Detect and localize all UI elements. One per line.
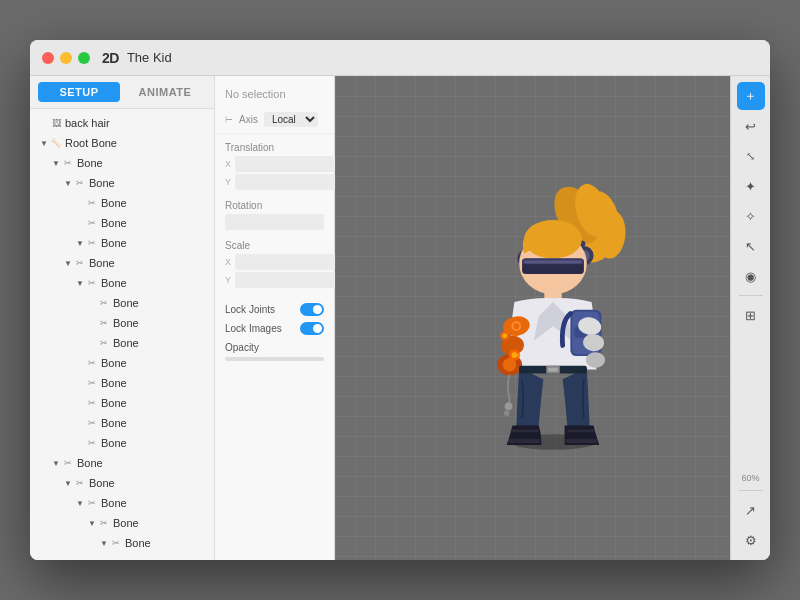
app-title-area: 2D The Kid — [102, 50, 172, 66]
arrow-icon: ▼ — [50, 157, 62, 169]
scale-label: Scale — [225, 240, 324, 251]
tree-item-bone-3e[interactable]: ✂ Bone — [30, 353, 214, 373]
tree-item-bone-3b[interactable]: ✂ Bone — [30, 213, 214, 233]
arrow-icon: ▼ — [74, 497, 86, 509]
tree-item-bone-3f[interactable]: ✂ Bone — [30, 373, 214, 393]
x-label: X — [225, 159, 231, 169]
minimize-button[interactable] — [60, 52, 72, 64]
tree-item-bone-2[interactable]: ▼ ✂ Bone — [30, 173, 214, 193]
transform-button[interactable]: ⤡ — [737, 142, 765, 170]
lock-images-label: Lock Images — [225, 323, 282, 334]
bone-icon: ✂ — [74, 257, 86, 269]
wand-icon: ✧ — [745, 209, 756, 224]
no-selection-label: No selection — [215, 84, 334, 108]
svg-point-40 — [502, 333, 507, 338]
bone-icon: ✂ — [86, 377, 98, 389]
bone-icon: ✂ — [74, 477, 86, 489]
tree-item-bone-3i[interactable]: ✂ Bone — [30, 433, 214, 453]
arrow-icon — [74, 437, 86, 449]
lock-joints-row: Lock Joints — [215, 300, 334, 319]
toolbar-divider — [739, 295, 763, 296]
arrow-icon: ▼ — [74, 237, 86, 249]
scale-y-label: Y — [225, 275, 231, 285]
undo-icon: ↩ — [745, 119, 756, 134]
bone-icon: ✂ — [86, 217, 98, 229]
image-icon: 🖼 — [50, 117, 62, 129]
tab-bar: SETUP ANIMATE — [30, 76, 214, 109]
tree-item-bone-3c[interactable]: ▼ ✂ Bone — [30, 233, 214, 253]
tree-item-bone-3h[interactable]: ✂ Bone — [30, 413, 214, 433]
tab-animate[interactable]: ANIMATE — [124, 82, 206, 102]
close-button[interactable] — [42, 52, 54, 64]
lock-images-toggle[interactable] — [300, 322, 324, 335]
arrow-icon — [86, 297, 98, 309]
wand-button[interactable]: ✧ — [737, 202, 765, 230]
svg-rect-35 — [511, 429, 538, 432]
eye-button[interactable]: ◉ — [737, 262, 765, 290]
tree-item-bone-3d[interactable]: ▼ ✂ Bone — [30, 273, 214, 293]
svg-point-38 — [511, 352, 517, 358]
scale-x-row: X — [225, 254, 324, 270]
tree-item-bone-2c[interactable]: ▼ ✂ Bone — [30, 473, 214, 493]
arrow-icon — [38, 117, 50, 129]
tree-item-root-bone[interactable]: ▼ 🦴 Root Bone — [30, 133, 214, 153]
grid-button[interactable]: ⊞ — [737, 301, 765, 329]
svg-rect-14 — [524, 261, 582, 264]
tree-item-back-hair[interactable]: 🖼 back hair — [30, 113, 214, 133]
svg-rect-32 — [548, 368, 558, 372]
app-window: 2D The Kid SETUP ANIMATE 🖼 back hair — [30, 40, 770, 560]
arrow-icon — [74, 217, 86, 229]
tree-item-bone-3a[interactable]: ✂ Bone — [30, 193, 214, 213]
arrow-icon: ▼ — [62, 257, 74, 269]
arrow-icon: ▼ — [38, 137, 50, 149]
properties-panel: No selection ⊢ Axis Local World Translat… — [215, 76, 335, 560]
translation-y-row: Y — [225, 174, 324, 190]
app-logo: 2D — [102, 50, 119, 66]
opacity-label: Opacity — [225, 342, 259, 353]
bone-icon: ✂ — [86, 197, 98, 209]
grid-icon: ⊞ — [745, 308, 756, 323]
canvas-area[interactable] — [335, 76, 730, 560]
lock-joints-toggle[interactable] — [300, 303, 324, 316]
undo-button[interactable]: ↩ — [737, 112, 765, 140]
tree-item-bone-5[interactable]: ▼ ✂ Bone — [30, 533, 214, 553]
bone-icon: ✂ — [86, 497, 98, 509]
arrow-icon — [86, 337, 98, 349]
character-svg — [453, 177, 653, 457]
cursor-button[interactable]: ↖ — [737, 232, 765, 260]
arrow-icon: ▼ — [98, 537, 110, 549]
share-icon: ↗ — [745, 503, 756, 518]
share-button[interactable]: ↗ — [737, 496, 765, 524]
scale-x-label: X — [225, 257, 231, 267]
tree-item-bone-2b[interactable]: ▼ ✂ Bone — [30, 253, 214, 273]
add-button[interactable]: ＋ — [737, 82, 765, 110]
translation-label: Translation — [225, 142, 324, 153]
bone-icon: ✂ — [98, 337, 110, 349]
tree-item-bone-4d[interactable]: ▼ ✂ Bone — [30, 513, 214, 533]
axis-select[interactable]: Local World — [264, 112, 318, 127]
maximize-button[interactable] — [78, 52, 90, 64]
axis-row: ⊢ Axis Local World — [215, 108, 334, 134]
tree-item-bone-3g[interactable]: ✂ Bone — [30, 393, 214, 413]
y-label: Y — [225, 177, 231, 187]
cursor-icon: ↖ — [745, 239, 756, 254]
rotation-input[interactable] — [225, 214, 324, 230]
bone-icon: ✂ — [62, 457, 74, 469]
pin-button[interactable]: ✦ — [737, 172, 765, 200]
bone-tree[interactable]: 🖼 back hair ▼ 🦴 Root Bone ▼ ✂ Bone — [30, 109, 214, 560]
arrow-icon — [74, 377, 86, 389]
tree-item-bone-4c[interactable]: ✂ Bone — [30, 333, 214, 353]
tree-item-bone-4b[interactable]: ✂ Bone — [30, 313, 214, 333]
lock-images-row: Lock Images — [215, 319, 334, 338]
tree-item-bone-1b[interactable]: ▼ ✂ Bone — [30, 453, 214, 473]
translation-section: Translation X Y — [215, 138, 334, 196]
arrow-icon: ▼ — [86, 517, 98, 529]
tab-setup[interactable]: SETUP — [38, 82, 120, 102]
app-title: The Kid — [127, 50, 172, 65]
settings-button[interactable]: ⚙ — [737, 526, 765, 554]
tree-item-bone-4a[interactable]: ✂ Bone — [30, 293, 214, 313]
tree-item-bone-1[interactable]: ▼ ✂ Bone — [30, 153, 214, 173]
svg-rect-34 — [565, 439, 597, 443]
arrow-icon — [74, 397, 86, 409]
tree-item-bone-3j[interactable]: ▼ ✂ Bone — [30, 493, 214, 513]
